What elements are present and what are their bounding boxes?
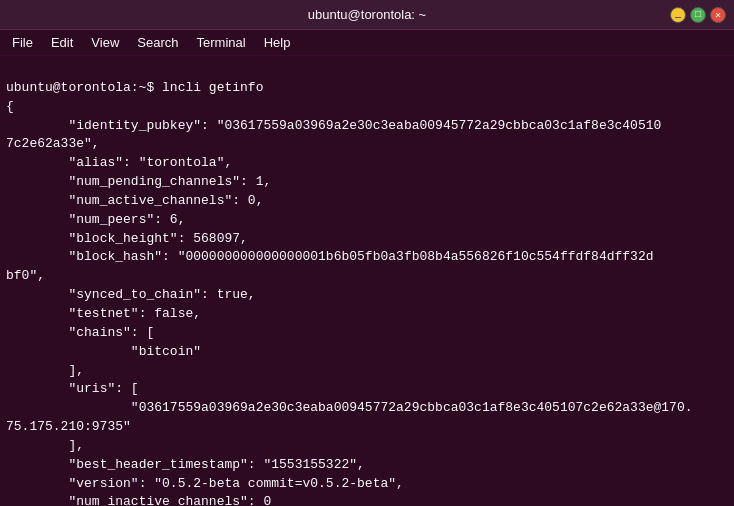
terminal-content[interactable]: ubuntu@torontola:~$ lncli getinfo{ "iden… bbox=[0, 56, 734, 506]
terminal-line: "testnet": false, bbox=[6, 305, 728, 324]
terminal-line: "block_hash": "000000000000000001b6b05fb… bbox=[6, 248, 728, 267]
minimize-button[interactable]: _ bbox=[670, 7, 686, 23]
terminal-line: "synced_to_chain": true, bbox=[6, 286, 728, 305]
menu-item-view[interactable]: View bbox=[83, 33, 127, 52]
menu-item-file[interactable]: File bbox=[4, 33, 41, 52]
terminal-line: "alias": "torontola", bbox=[6, 154, 728, 173]
terminal-line: "version": "0.5.2-beta commit=v0.5.2-bet… bbox=[6, 475, 728, 494]
terminal-line: ], bbox=[6, 437, 728, 456]
terminal-line: "num_inactive_channels": 0 bbox=[6, 493, 728, 506]
terminal-line: ubuntu@torontola:~$ lncli getinfo bbox=[6, 79, 728, 98]
menu-item-edit[interactable]: Edit bbox=[43, 33, 81, 52]
terminal-line: "num_pending_channels": 1, bbox=[6, 173, 728, 192]
terminal-line: "num_peers": 6, bbox=[6, 211, 728, 230]
terminal-line: "block_height": 568097, bbox=[6, 230, 728, 249]
window-title: ubuntu@torontola: ~ bbox=[308, 7, 426, 22]
title-bar: ubuntu@torontola: ~ _ □ ✕ bbox=[0, 0, 734, 30]
terminal-line: "uris": [ bbox=[6, 380, 728, 399]
terminal-line: "03617559a03969a2e30c3eaba00945772a29cbb… bbox=[6, 399, 728, 418]
terminal-line: ], bbox=[6, 362, 728, 381]
menu-item-help[interactable]: Help bbox=[256, 33, 299, 52]
terminal-line: bf0", bbox=[6, 267, 728, 286]
terminal-line: 7c2e62a33e", bbox=[6, 135, 728, 154]
terminal-line: 75.175.210:9735" bbox=[6, 418, 728, 437]
terminal-line: "bitcoin" bbox=[6, 343, 728, 362]
window-controls: _ □ ✕ bbox=[670, 7, 726, 23]
terminal-line: "identity_pubkey": "03617559a03969a2e30c… bbox=[6, 117, 728, 136]
menu-item-search[interactable]: Search bbox=[129, 33, 186, 52]
maximize-button[interactable]: □ bbox=[690, 7, 706, 23]
terminal-line: "best_header_timestamp": "1553155322", bbox=[6, 456, 728, 475]
terminal-line: "chains": [ bbox=[6, 324, 728, 343]
menu-bar: FileEditViewSearchTerminalHelp bbox=[0, 30, 734, 56]
close-button[interactable]: ✕ bbox=[710, 7, 726, 23]
terminal-line: { bbox=[6, 98, 728, 117]
terminal-line: "num_active_channels": 0, bbox=[6, 192, 728, 211]
menu-item-terminal[interactable]: Terminal bbox=[189, 33, 254, 52]
